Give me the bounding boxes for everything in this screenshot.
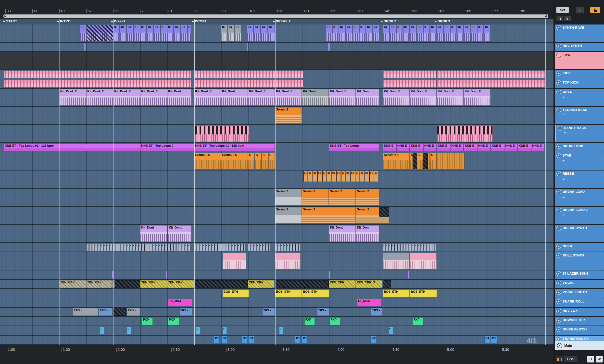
width-zoom-button[interactable]: W (596, 356, 603, 363)
track-lanes[interactable]: KiKiKiKiKiKiKiKiKiKiKiKiKiKiKiKiKiKiKiKi… (0, 24, 554, 345)
clip[interactable]: Kit_Dont_E (113, 89, 140, 106)
clip[interactable]: C (124, 243, 126, 251)
keyboard-button[interactable] (556, 356, 563, 363)
clip[interactable]: Se (374, 171, 378, 182)
clip[interactable]: C (121, 243, 124, 251)
clip[interactable]: Kit_Dont_ (168, 225, 191, 242)
clip[interactable]: Ki (127, 25, 133, 41)
clip[interactable] (195, 125, 249, 142)
lane-snare-roll[interactable] (0, 298, 554, 308)
clip[interactable]: S (262, 153, 268, 169)
clip[interactable] (437, 153, 465, 169)
clip[interactable]: C (150, 243, 152, 251)
clip[interactable]: C (214, 243, 217, 251)
clip[interactable]: C (98, 243, 100, 251)
lane-noise-glitch[interactable] (0, 326, 554, 336)
track-header-techno-bass[interactable]: ▼TECHNO BASS≡ (555, 107, 604, 124)
clip[interactable] (356, 217, 389, 223)
lane-17-lazer-sign[interactable] (0, 270, 554, 280)
clip[interactable]: ZEN_CRK_ (167, 280, 194, 288)
clip[interactable]: C (232, 243, 234, 251)
clip[interactable]: Kit_Don (356, 89, 379, 106)
clip[interactable]: C (226, 243, 228, 251)
clip[interactable]: KNB ET - Top Loops 0 (140, 144, 194, 151)
clip[interactable]: BT (484, 336, 490, 344)
playback-speed[interactable]: 1.00x (564, 356, 578, 363)
clip[interactable]: BOS_ETH_ (383, 290, 410, 297)
clip[interactable] (383, 280, 391, 288)
clip[interactable]: Se (341, 171, 346, 182)
clip[interactable]: FXP (168, 317, 179, 325)
clip[interactable]: TPS - (99, 308, 113, 316)
main-track-header[interactable]: ▶ Main (555, 341, 604, 350)
clip[interactable]: FXP (330, 317, 340, 325)
clip[interactable]: ZEN_CRK (248, 280, 274, 288)
track-header-low[interactable]: ≡LOW (555, 52, 604, 69)
clip[interactable]: KNB E (437, 144, 450, 151)
clip[interactable]: C (238, 243, 240, 251)
track-header-break-lead[interactable]: ▼BREAK LEAD≡ (555, 189, 604, 206)
clip[interactable]: Ki (437, 25, 443, 41)
clip[interactable]: Ki (80, 25, 86, 41)
clip[interactable]: C (217, 243, 220, 251)
clip[interactable]: C (260, 243, 262, 251)
clip[interactable]: C (138, 243, 141, 251)
clip[interactable]: C (167, 243, 170, 251)
clip[interactable]: Ki (254, 25, 260, 41)
time-ruler[interactable]: 1:001:302:002:303:003:304:004:305:005:30 (0, 345, 554, 364)
clip[interactable]: C (144, 243, 147, 251)
clip[interactable]: S (268, 153, 275, 169)
clip[interactable]: C (133, 243, 135, 251)
clip[interactable]: Se (303, 171, 308, 182)
clip[interactable]: C (212, 243, 214, 251)
clip[interactable]: Se (317, 171, 322, 182)
clip[interactable]: C (265, 243, 268, 251)
clip[interactable]: TPS - (127, 308, 140, 316)
clip[interactable]: C (104, 243, 106, 251)
clip[interactable]: Ki (161, 25, 167, 41)
clip[interactable]: C (426, 243, 429, 251)
clip[interactable]: Ki (174, 25, 180, 41)
clip[interactable]: KNB ET - Top Loops 01 - 128 bpm (4, 144, 140, 151)
locator-row[interactable]: ▶START▶INTRO▶Break1▶DROP1▶BREAK 2▶DROP 2… (0, 19, 554, 25)
clip[interactable]: C (263, 243, 265, 251)
clip[interactable]: KNB E (410, 144, 423, 151)
overview-bar[interactable] (3, 14, 548, 18)
clip[interactable]: C (185, 243, 187, 251)
track-header-vocal-shots[interactable]: ▶VOCAL SHOTS (555, 289, 604, 298)
track-header-bass[interactable]: ▼BASS≡ (555, 89, 604, 106)
clip[interactable]: C (424, 243, 426, 251)
clip[interactable] (328, 43, 329, 51)
clip[interactable]: Kit_Dont_E (275, 89, 302, 106)
clip[interactable]: Se (313, 171, 317, 182)
clip[interactable]: C (95, 243, 97, 251)
clip[interactable]: C (289, 243, 292, 251)
clip[interactable]: KNB E (545, 144, 545, 151)
clip[interactable]: C (107, 243, 109, 251)
clip[interactable]: C (188, 243, 190, 251)
clip[interactable]: KNB E (504, 144, 517, 151)
clip[interactable]: TPS - (371, 308, 382, 316)
clip[interactable] (4, 71, 191, 78)
clip[interactable]: C (415, 243, 417, 251)
lane-transition-fx[interactable] (0, 336, 554, 345)
clip[interactable] (437, 125, 493, 142)
clip[interactable]: Ki (188, 25, 191, 41)
clip[interactable]: BT (302, 336, 308, 344)
clip[interactable]: Ki (390, 25, 396, 41)
clip[interactable]: Se (336, 171, 341, 182)
clip[interactable]: Ki (450, 25, 457, 41)
clip[interactable]: S (248, 153, 254, 169)
clip[interactable] (115, 280, 140, 288)
clip[interactable]: KNB E (423, 144, 437, 151)
clip[interactable]: C (220, 243, 223, 251)
track-header-candy-bass[interactable]: ▼CANDY BASS≡ (555, 125, 604, 142)
clip[interactable]: ZEN_CRK_ (86, 280, 112, 288)
track-header-break-synth[interactable]: ▼BREAK SYNTH (555, 225, 604, 242)
clip[interactable]: S (430, 153, 437, 169)
clip[interactable]: Se (332, 171, 336, 182)
clip[interactable]: ZEN_CRK_ (140, 280, 167, 288)
clip[interactable]: C (130, 243, 132, 251)
locator-drop-3[interactable]: ▶DROP 3 (435, 20, 450, 23)
clip[interactable]: Ki (134, 25, 140, 41)
